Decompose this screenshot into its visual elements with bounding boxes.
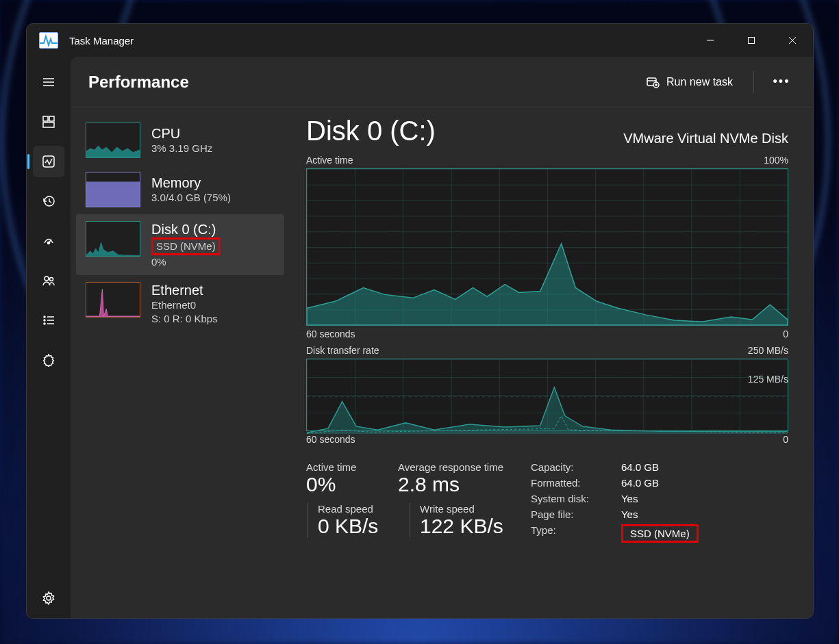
maximize-button[interactable] (731, 24, 772, 57)
stats-row: Active time 0% Average response time 2.8… (306, 461, 788, 543)
nav-services[interactable] (33, 344, 64, 376)
run-new-task-button[interactable]: Run new task (639, 70, 740, 94)
active-time-chart (306, 168, 788, 326)
memory-mini-chart (86, 172, 140, 207)
resource-item-cpu[interactable]: CPU 3% 3.19 GHz (76, 116, 284, 165)
resource-sub: 3.0/4.0 GB (75%) (151, 191, 231, 205)
formatted-k: Formatted: (531, 477, 613, 489)
nav-processes[interactable] (33, 106, 64, 138)
resource-item-ethernet[interactable]: Ethernet Ethernet0 S: 0 R: 0 Kbps (76, 275, 284, 332)
active-time-value: 0% (306, 473, 381, 496)
chart1-xright: 0 (783, 329, 788, 339)
hamburger-button[interactable] (33, 66, 64, 98)
section-title: Performance (88, 73, 189, 92)
titlebar: Task Manager (27, 24, 813, 57)
svg-point-22 (47, 596, 51, 600)
nav-app-history[interactable] (33, 185, 64, 217)
app-title: Task Manager (69, 35, 134, 47)
capacity-v: 64.0 GB (621, 461, 699, 473)
net-mini-chart (86, 282, 140, 318)
write-speed-label: Write speed (420, 503, 503, 515)
chart2-xright: 0 (783, 434, 788, 445)
active-time-chart-block: Active time 100% 60 seconds 0 (306, 155, 788, 339)
nav-startup[interactable] (33, 225, 64, 257)
svg-point-16 (44, 316, 45, 318)
resource-name: Ethernet (151, 282, 218, 298)
resource-sub: Ethernet0 (151, 298, 218, 312)
svg-point-18 (44, 323, 45, 324)
page-v: Yes (621, 508, 699, 520)
type-k: Type: (531, 524, 613, 543)
svg-point-15 (50, 278, 53, 281)
cpu-mini-chart (86, 123, 140, 158)
detail-device: VMware Virtual NVMe Disk (623, 131, 788, 146)
resource-list: CPU 3% 3.19 GHz Memory 3.0/4.0 GB (75%) (71, 107, 290, 618)
svg-rect-7 (43, 116, 48, 121)
svg-rect-1 (749, 38, 755, 44)
window-controls (690, 24, 813, 57)
chart2-mid: 125 MB/s (748, 374, 788, 385)
more-options-button[interactable]: ••• (768, 68, 795, 96)
svg-rect-9 (43, 123, 54, 127)
resource-name: Memory (151, 175, 231, 191)
nav-details[interactable] (33, 305, 64, 336)
page-k: Page file: (531, 508, 613, 520)
transfer-chart-block: Disk transfer rate 250 MB/s (306, 345, 788, 445)
avg-resp-value: 2.8 ms (398, 473, 503, 496)
resource-sub2: 0% (151, 255, 221, 269)
nav-settings[interactable] (33, 582, 64, 614)
resource-sub: 3% 3.19 GHz (151, 142, 212, 155)
chart1-label: Active time (306, 155, 353, 166)
stats-table: Capacity: 64.0 GB Formatted: 64.0 GB Sys… (531, 461, 699, 543)
close-button[interactable] (772, 24, 813, 57)
system-v: Yes (621, 493, 699, 504)
resource-sub2: S: 0 R: 0 Kbps (151, 312, 218, 326)
svg-rect-8 (49, 116, 54, 121)
svg-rect-28 (86, 181, 140, 207)
run-task-label: Run new task (666, 76, 733, 88)
task-manager-window: Task Manager (26, 23, 814, 619)
chart2-max: 250 MB/s (748, 345, 788, 356)
resource-item-disk[interactable]: Disk 0 (C:) SSD (NVMe) 0% (76, 214, 284, 275)
capacity-k: Capacity: (531, 461, 613, 473)
read-speed-value: 0 KB/s (318, 515, 393, 538)
svg-point-17 (44, 320, 45, 321)
minimize-button[interactable] (690, 24, 731, 57)
content-header: Performance Run new task ••• (71, 57, 813, 107)
resource-name: CPU (151, 125, 212, 142)
chart2-label: Disk transfer rate (306, 345, 379, 356)
app-icon (39, 32, 58, 49)
formatted-v: 64.0 GB (621, 477, 699, 489)
chart1-max: 100% (764, 155, 788, 166)
write-speed-value: 122 KB/s (420, 515, 503, 538)
read-speed-label: Read speed (318, 503, 393, 515)
chart1-xleft: 60 seconds (306, 329, 355, 339)
nav-performance[interactable] (33, 146, 64, 177)
svg-rect-10 (43, 156, 54, 167)
resource-name: Disk 0 (C:) (151, 221, 221, 237)
system-k: System disk: (531, 493, 613, 504)
type-v: SSD (NVMe) (621, 524, 699, 543)
detail-title: Disk 0 (C:) (306, 116, 436, 146)
disk-mini-chart (86, 221, 140, 257)
resource-item-memory[interactable]: Memory 3.0/4.0 GB (75%) (76, 165, 284, 214)
nav-rail (27, 57, 71, 618)
detail-pane: Disk 0 (C:) VMware Virtual NVMe Disk Act… (290, 107, 813, 618)
active-time-label: Active time (306, 461, 381, 473)
transfer-rate-chart (306, 359, 788, 431)
svg-point-14 (45, 276, 49, 281)
resource-sub: SSD (NVMe) (151, 237, 221, 255)
nav-users[interactable] (33, 265, 64, 296)
chart2-xleft: 60 seconds (306, 434, 355, 445)
divider (753, 71, 754, 93)
avg-resp-label: Average response time (398, 461, 503, 473)
